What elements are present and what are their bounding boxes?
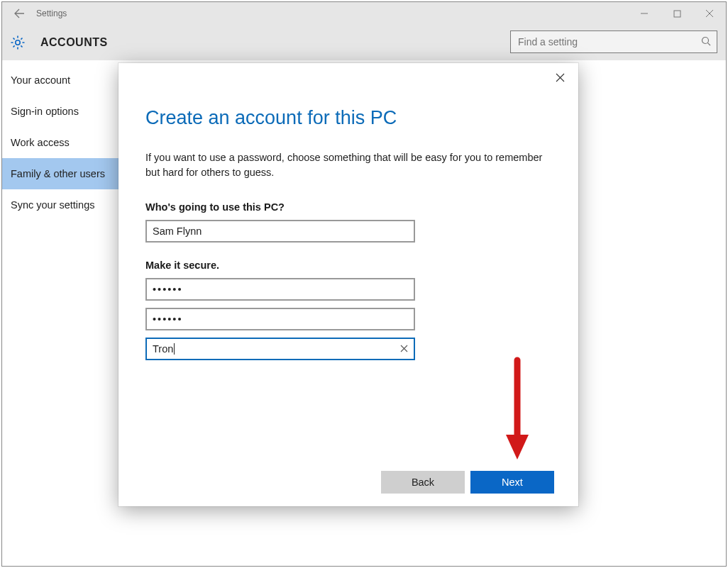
password-confirm-input[interactable]: •••••• <box>145 308 415 330</box>
svg-point-5 <box>702 37 709 43</box>
create-account-dialog: Create an account for this PC If you wan… <box>118 63 578 506</box>
sidebar-item-label: Your account <box>11 74 70 86</box>
password-confirm-value: •••••• <box>153 313 182 325</box>
secure-label: Make it secure. <box>145 260 551 271</box>
text-caret <box>174 343 175 355</box>
password-value: •••••• <box>153 284 182 295</box>
close-dialog-button[interactable] <box>550 67 570 87</box>
minimize-button[interactable] <box>628 2 661 25</box>
sidebar-item-label: Sign-in options <box>11 106 79 117</box>
page-title: ACCOUNTS <box>40 36 108 49</box>
search-input-wrapper[interactable] <box>510 30 717 53</box>
password-hint-value: Tron <box>153 343 173 355</box>
settings-header: ACCOUNTS <box>2 25 726 60</box>
maximize-button[interactable] <box>661 2 693 25</box>
sidebar-item-label: Family & other users <box>11 168 105 179</box>
search-input[interactable] <box>517 35 701 48</box>
sidebar-item-label: Work access <box>11 137 70 148</box>
close-window-button[interactable] <box>693 2 726 25</box>
username-value: Sam Flynn <box>153 225 202 237</box>
next-button[interactable]: Next <box>470 471 554 494</box>
clear-input-icon[interactable] <box>400 343 408 355</box>
password-hint-input[interactable]: Tron <box>145 338 415 360</box>
svg-rect-1 <box>674 11 680 17</box>
back-button[interactable] <box>2 2 36 25</box>
username-input[interactable]: Sam Flynn <box>145 220 415 243</box>
sidebar-item-label: Sync your settings <box>11 199 94 211</box>
username-label: Who's going to use this PC? <box>145 201 551 213</box>
dialog-title: Create an account for this PC <box>145 107 551 129</box>
search-icon <box>701 36 711 48</box>
gear-icon <box>8 33 28 52</box>
dialog-description: If you want to use a password, choose so… <box>145 150 543 180</box>
back-button-dialog[interactable]: Back <box>381 471 465 494</box>
window-title: Settings <box>36 9 67 18</box>
svg-point-4 <box>16 40 20 45</box>
svg-line-6 <box>707 43 710 45</box>
window-titlebar: Settings <box>2 2 726 25</box>
password-input[interactable]: •••••• <box>145 278 415 301</box>
